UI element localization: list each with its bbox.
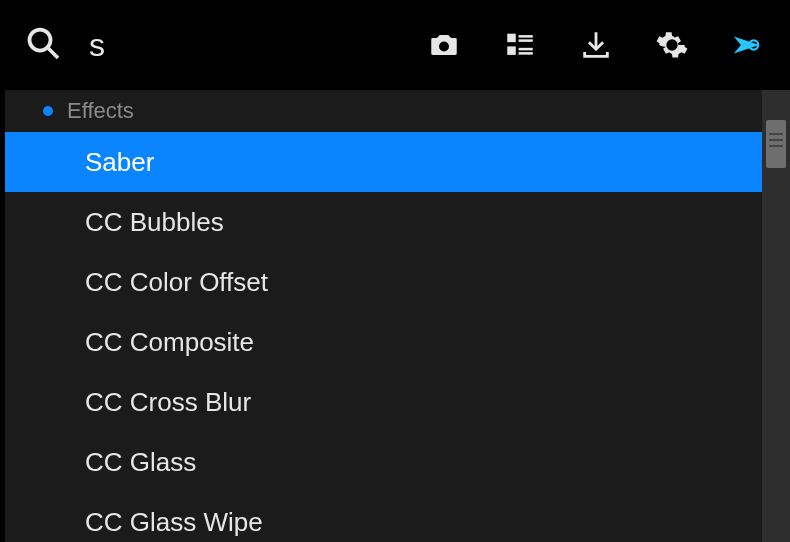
effect-item[interactable]: CC Glass [5, 432, 762, 492]
effect-item[interactable]: CC Bubbles [5, 192, 762, 252]
effect-item-label: CC Color Offset [85, 267, 268, 298]
svg-point-2 [439, 41, 449, 51]
svg-point-10 [669, 42, 676, 49]
svg-point-0 [30, 30, 51, 51]
search-icon [25, 25, 61, 65]
effect-item-label: CC Composite [85, 327, 254, 358]
list-view-icon[interactable] [503, 28, 537, 62]
category-header[interactable]: Effects [5, 90, 762, 132]
scrollbar[interactable] [762, 90, 790, 542]
camera-icon[interactable] [427, 28, 461, 62]
search-input[interactable] [89, 27, 289, 64]
effect-item-label: CC Glass [85, 447, 196, 478]
effect-item[interactable]: CC Composite [5, 312, 762, 372]
brand-logo-icon[interactable] [731, 28, 765, 62]
effect-item[interactable]: Saber [5, 132, 762, 192]
hamburger-icon [769, 133, 783, 147]
gear-icon[interactable] [655, 28, 689, 62]
top-toolbar [0, 0, 790, 90]
toolbar-icons [427, 28, 765, 62]
svg-rect-6 [507, 46, 516, 55]
effect-item-label: CC Bubbles [85, 207, 224, 238]
search-area [25, 25, 412, 65]
effect-item-label: Saber [85, 147, 154, 178]
svg-marker-11 [734, 37, 760, 54]
effect-item[interactable]: CC Glass Wipe [5, 492, 762, 542]
category-indicator-icon [43, 106, 53, 116]
svg-rect-3 [507, 34, 516, 43]
effect-item[interactable]: CC Color Offset [5, 252, 762, 312]
effects-list: Effects SaberCC BubblesCC Color OffsetCC… [5, 90, 762, 542]
effect-item-label: CC Glass Wipe [85, 507, 263, 538]
svg-rect-7 [519, 48, 533, 51]
svg-line-1 [48, 48, 58, 58]
results-panel: Effects SaberCC BubblesCC Color OffsetCC… [0, 90, 790, 542]
category-label: Effects [67, 98, 134, 124]
effect-item-label: CC Cross Blur [85, 387, 251, 418]
svg-rect-8 [519, 52, 533, 55]
svg-rect-4 [519, 35, 533, 38]
svg-rect-5 [519, 39, 533, 42]
effect-item[interactable]: CC Cross Blur [5, 372, 762, 432]
download-icon[interactable] [579, 28, 613, 62]
